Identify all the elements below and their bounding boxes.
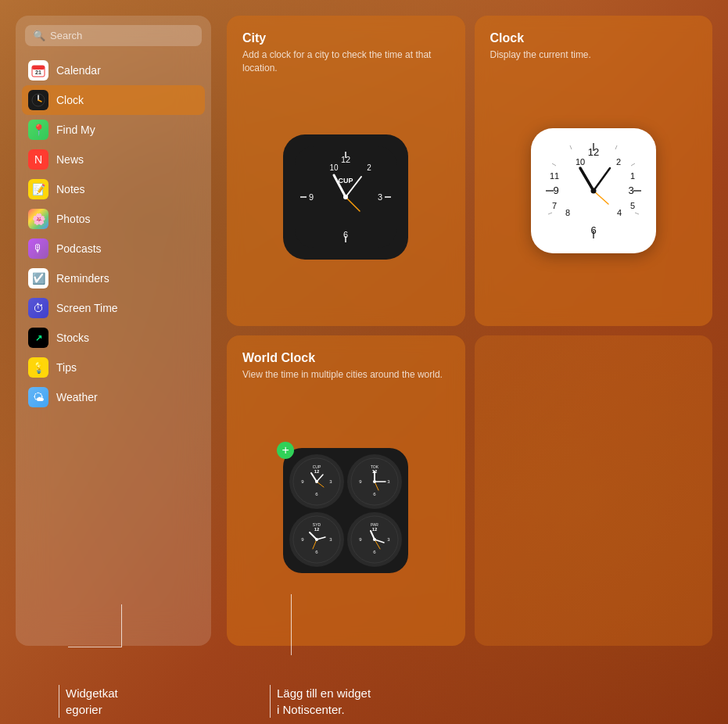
svg-text:10: 10 [576, 157, 585, 167]
sidebar-label-calendar: Calendar [56, 64, 101, 77]
clock-widget-desc: Display the current time. [490, 48, 591, 62]
clock-widget-card: Clock Display the current time. [475, 16, 713, 326]
sidebar-item-podcasts[interactable]: 🎙 Podcasts [22, 234, 205, 263]
svg-text:7: 7 [552, 201, 557, 210]
svg-text:CUP: CUP [339, 177, 353, 185]
svg-text:2: 2 [616, 157, 621, 167]
svg-text:1: 1 [630, 171, 635, 181]
sidebar-item-stocks[interactable]: ↗ Stocks [22, 323, 205, 353]
annotation-line-left-horizontal [68, 647, 121, 647]
clock-widget-content: 12 3 6 9 2 10 8 4 1 11 5 7 [490, 71, 698, 310]
svg-text:12: 12 [372, 527, 378, 532]
city-widget-desc: Add a clock for a city to check the time… [242, 48, 450, 75]
clock-svg: 12 3 6 9 2 10 8 4 1 11 5 7 [535, 132, 652, 249]
sidebar-label-tips: Tips [56, 361, 77, 374]
bottom-right-empty [475, 335, 713, 646]
sidebar-label-reminders: Reminders [56, 272, 109, 285]
svg-text:21: 21 [35, 70, 41, 75]
svg-text:6: 6 [343, 230, 348, 239]
worldclock-widget-card: World Clock View the time in multiple ci… [227, 335, 465, 646]
svg-text:9: 9 [553, 185, 558, 196]
worldclock-widget-title: World Clock [242, 351, 315, 365]
svg-point-48 [590, 188, 596, 193]
sidebar-item-photos[interactable]: 🌸 Photos [22, 204, 205, 234]
world-clock-preview-wrapper: + 12 3 6 9 CUP [283, 448, 408, 573]
svg-text:6: 6 [590, 224, 596, 236]
svg-text:12: 12 [341, 155, 350, 164]
tips-icon: 💡 [28, 357, 48, 378]
svg-text:3: 3 [378, 192, 382, 202]
svg-text:PAR: PAR [371, 522, 378, 527]
search-bar[interactable]: 🔍 Search [25, 25, 202, 46]
svg-text:9: 9 [309, 192, 314, 202]
annotation-left-line1: Widgetkat [66, 686, 118, 700]
search-placeholder: Search [50, 30, 82, 41]
sidebar-item-tips[interactable]: 💡 Tips [22, 353, 205, 382]
stocks-icon: ↗ [28, 328, 48, 348]
sidebar-item-calendar[interactable]: 21 Calendar [22, 56, 205, 85]
findmy-icon: 📍 [28, 120, 48, 140]
annotation-right-line1: Lägg till en widget [277, 686, 371, 700]
svg-point-88 [373, 538, 376, 541]
sidebar-item-screentime[interactable]: ⏱ Screen Time [22, 293, 205, 323]
news-icon: N [28, 149, 48, 170]
weather-icon: 🌤 [28, 387, 48, 407]
annotation-right-text: Lägg till en widget i Notiscenter. [270, 685, 371, 718]
add-icon: + [282, 443, 289, 457]
sidebar-item-clock[interactable]: Clock [22, 85, 205, 115]
sidebar-label-podcasts: Podcasts [56, 242, 102, 255]
clock-display: 12 3 6 9 2 10 8 4 1 11 5 7 [531, 128, 656, 253]
worldclock-widget-content: + 12 3 6 9 CUP [242, 391, 450, 630]
svg-text:5: 5 [630, 201, 635, 210]
sidebar-label-notes: Notes [56, 183, 85, 195]
city-widget-card: City Add a clock for a city to check the… [227, 16, 465, 326]
annotation-left-text: Widgetkat egorier [59, 685, 118, 718]
svg-point-78 [315, 538, 318, 541]
svg-text:8: 8 [565, 208, 570, 217]
world-clock-preview: 12 3 6 9 CUP [283, 448, 408, 573]
reminders-icon: ☑️ [28, 268, 48, 289]
svg-text:12: 12 [314, 469, 320, 474]
screentime-icon: ⏱ [28, 298, 48, 318]
svg-text:10: 10 [330, 163, 339, 172]
cup-clock: 12 3 6 9 CUP [289, 454, 344, 509]
svg-text:11: 11 [550, 171, 559, 181]
sidebar-item-reminders[interactable]: ☑️ Reminders [22, 263, 205, 293]
tok-clock: 12 3 6 9 TOK [347, 454, 402, 509]
clock-widget-title: Clock [490, 31, 525, 45]
sidebar-item-findmy[interactable]: 📍 Find My [22, 115, 205, 145]
svg-text:12: 12 [314, 527, 320, 532]
svg-point-68 [373, 480, 376, 483]
sidebar-label-stocks: Stocks [56, 332, 89, 344]
svg-text:SYD: SYD [313, 522, 321, 527]
syd-clock: 12 3 6 9 SYD [289, 512, 344, 567]
city-widget-content: 12 3 6 9 2 10 CUP [242, 84, 450, 310]
sidebar-list: 21 Calendar Clock 📍 Find My [16, 52, 211, 646]
podcasts-icon: 🎙 [28, 238, 48, 259]
sidebar-label-findmy: Find My [56, 124, 95, 136]
worldclock-widget-desc: View the time in multiple cities around … [242, 368, 443, 382]
sidebar-label-photos: Photos [56, 213, 91, 225]
city-clock-svg: 12 3 6 9 2 10 CUP [291, 142, 400, 252]
calendar-icon: 21 [28, 60, 48, 81]
main-content: City Add a clock for a city to check the… [227, 16, 712, 646]
svg-text:12: 12 [588, 146, 599, 158]
sidebar-item-news[interactable]: N News [22, 145, 205, 174]
city-clock-display: 12 3 6 9 2 10 CUP [283, 134, 408, 260]
svg-text:CUP: CUP [313, 464, 321, 469]
sidebar-label-weather: Weather [56, 391, 98, 403]
annotation-right-line2: i Notiscenter. [277, 703, 345, 716]
sidebar-panel: 🔍 Search 21 Calendar [16, 16, 211, 646]
city-widget-title: City [242, 31, 266, 45]
sidebar-item-weather[interactable]: 🌤 Weather [22, 382, 205, 412]
svg-text:3: 3 [628, 185, 633, 196]
sidebar-item-notes[interactable]: 📝 Notes [22, 174, 205, 204]
add-widget-button[interactable]: + [277, 442, 294, 459]
svg-text:4: 4 [617, 208, 622, 217]
notes-icon: 📝 [28, 179, 48, 199]
svg-point-21 [343, 195, 348, 199]
par-clock: 12 3 6 9 PAR [347, 512, 402, 567]
annotation-left-line2: egorier [66, 703, 102, 716]
sidebar-label-news: News [56, 153, 84, 166]
svg-text:2: 2 [367, 163, 371, 172]
